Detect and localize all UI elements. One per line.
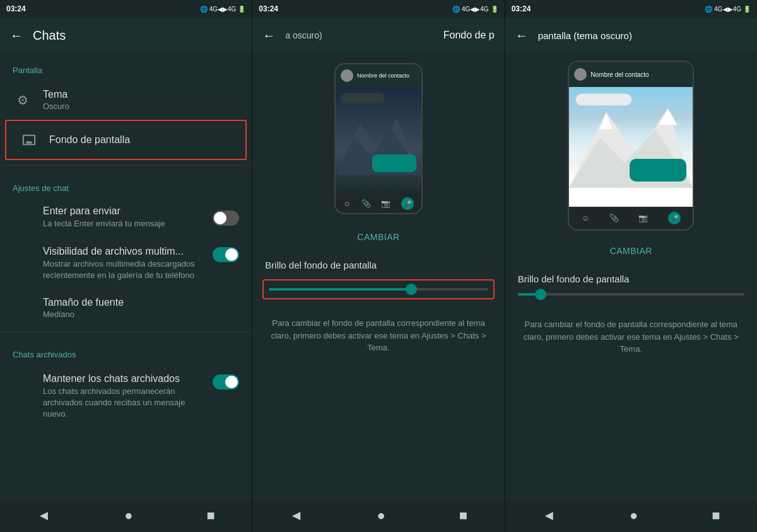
- brightness-label-3: Brillo del fondo de pantalla: [518, 274, 744, 284]
- panel-chats-settings: 03:24 🌐 4G◀▶4G 🔋 ← Chats Pantalla ⚙ Tema…: [0, 0, 252, 532]
- battery-icon-2: 🔋: [491, 6, 498, 13]
- note-text-3: Para cambiar el fondo de pantalla corres…: [505, 311, 757, 363]
- bottom-nav-2: ◄ ● ■: [252, 499, 504, 532]
- archivados-title: Mantener los chats archivados: [43, 373, 208, 385]
- phone-frame-2: Nombre del contacto ☺ 📎 📷 🎤: [334, 63, 423, 214]
- bottom-nav-3: ◄ ● ■: [505, 499, 757, 532]
- section-archivados: Chats archivados: [0, 337, 252, 364]
- enter-title: Enter para enviar: [43, 205, 208, 217]
- mic-btn-2: 🎤: [401, 197, 414, 210]
- status-icons-3: 🌐 4G◀▶4G 🔋: [705, 6, 751, 13]
- page-title-1: Chats: [33, 28, 242, 43]
- phone-contact-name-3: Nombre del contacto: [590, 71, 648, 78]
- emoji-icon-3: ☺: [582, 214, 589, 223]
- phone-preview-2: Nombre del contacto ☺ 📎 📷 🎤: [252, 53, 504, 224]
- header-1: ← Chats: [0, 18, 252, 53]
- tema-icon: ⚙: [13, 90, 33, 110]
- brightness-slider-2[interactable]: [269, 288, 488, 291]
- visibilidad-subtitle: Mostrar archivos multimedia descargados …: [43, 258, 208, 281]
- settings-item-enter[interactable]: Enter para enviar La tecla Enter enviará…: [0, 198, 252, 237]
- recents-nav-2[interactable]: ■: [449, 502, 478, 529]
- status-bar-3: 03:24 🌐 4G◀▶4G 🔋: [505, 0, 757, 18]
- settings-item-visibilidad[interactable]: Visibilidad de archivos multim... Mostra…: [0, 237, 252, 289]
- page-title-2: Fondo de p: [332, 30, 495, 41]
- tamano-title: Tamaño de fuente: [43, 297, 239, 308]
- tema-subtitle: Oscuro: [43, 101, 239, 111]
- phone-input-bar-3: ☺ 📎 📷 🎤: [569, 207, 693, 229]
- settings-item-fondo[interactable]: Fondo de pantalla: [5, 120, 247, 160]
- received-bubble-2: [341, 93, 385, 103]
- phone-avatar-2: [341, 69, 353, 82]
- phone-preview-3: Nombre del contacto ☺ 📎: [505, 53, 757, 238]
- change-label-3[interactable]: CAMBIAR: [610, 246, 652, 256]
- sent-bubble-3: [630, 159, 686, 182]
- camera-icon-2: 📷: [381, 199, 390, 208]
- status-icons-1: 🌐 4G◀▶4G 🔋: [200, 6, 246, 13]
- brightness-section-3: Brillo del fondo de pantalla: [505, 263, 757, 311]
- phone-contact-name-2: Nombre del contacto: [357, 72, 409, 79]
- signal-icon-1: 4G◀▶4G: [209, 6, 237, 13]
- back-button-2[interactable]: ←: [262, 28, 275, 43]
- battery-icon-1: 🔋: [238, 6, 245, 13]
- received-bubble-3: [575, 93, 632, 106]
- back-button-3[interactable]: ←: [515, 28, 528, 43]
- phone-inner-header-3: Nombre del contacto: [569, 62, 693, 87]
- visibilidad-title: Visibilidad de archivos multim...: [43, 246, 208, 257]
- emoji-icon-2: ☺: [343, 199, 351, 208]
- brightness-label-2: Brillo del fondo de pantalla: [265, 260, 491, 270]
- bottom-nav-1: ◄ ● ■: [0, 499, 252, 532]
- archivados-subtitle: Los chats archivados permanecerán archiv…: [43, 386, 208, 420]
- settings-scroll-1: Pantalla ⚙ Tema Oscuro Fondo de pantalla…: [0, 53, 252, 499]
- network-icon-1: 🌐: [200, 6, 208, 13]
- enter-toggle[interactable]: [213, 211, 239, 226]
- settings-item-archivados[interactable]: Mantener los chats archivados Los chats …: [0, 364, 252, 428]
- status-bar-2: 03:24 🌐 4G◀▶4G 🔋: [252, 0, 504, 18]
- change-wallpaper-2[interactable]: CAMBIAR: [252, 224, 504, 250]
- visibilidad-toggle[interactable]: [213, 247, 239, 262]
- battery-icon-3: 🔋: [743, 6, 751, 13]
- tamano-subtitle: Mediano: [43, 309, 239, 319]
- settings-item-tamano[interactable]: Tamaño de fuente Mediano: [0, 289, 252, 327]
- slider-thumb-3[interactable]: [535, 289, 546, 300]
- home-nav-2[interactable]: ●: [367, 502, 396, 529]
- recents-nav-1[interactable]: ■: [197, 502, 225, 529]
- camera-icon-3: 📷: [638, 214, 648, 223]
- signal-icon-3: 4G◀▶4G: [714, 6, 741, 13]
- phone-input-bar-2: ☺ 📎 📷 🎤: [336, 194, 421, 213]
- archivados-toggle[interactable]: [213, 374, 239, 390]
- settings-item-tema[interactable]: ⚙ Tema Oscuro: [0, 80, 252, 120]
- attach-icon-3: 📎: [609, 214, 619, 223]
- recents-nav-3[interactable]: ■: [701, 502, 730, 529]
- page-title-3: pantalla (tema oscuro): [538, 30, 747, 41]
- divider-1: [0, 165, 252, 166]
- mic-btn-3: 🎤: [668, 212, 681, 224]
- fondo-icon: [19, 130, 39, 150]
- panel-wallpaper-dark: 03:24 🌐 4G◀▶4G 🔋 ← a oscuro) Fondo de p …: [252, 0, 505, 532]
- phone-frame-3: Nombre del contacto ☺ 📎: [568, 61, 694, 231]
- header-subtitle-2: a oscuro): [285, 30, 322, 40]
- home-nav-1[interactable]: ●: [114, 502, 143, 529]
- slider-thumb-2[interactable]: [406, 284, 417, 295]
- brightness-slider-3[interactable]: [518, 293, 744, 296]
- note-text-2: Para cambiar el fondo de pantalla corres…: [252, 309, 504, 362]
- back-nav-3[interactable]: ◄: [532, 502, 566, 529]
- back-button-1[interactable]: ←: [10, 28, 23, 43]
- change-label-2[interactable]: CAMBIAR: [357, 232, 399, 242]
- section-pantalla: Pantalla: [0, 53, 252, 80]
- enter-subtitle: La tecla Enter enviará tu mensaje: [43, 218, 208, 229]
- change-wallpaper-3[interactable]: CAMBIAR: [505, 238, 757, 263]
- header-3: ← pantalla (tema oscuro): [505, 18, 757, 53]
- sent-bubble-2: [372, 154, 416, 172]
- fondo-title: Fondo de pantalla: [49, 134, 233, 146]
- phone-chat-area-2: [336, 87, 421, 194]
- time-2: 03:24: [259, 4, 278, 13]
- slider-highlighted-container[interactable]: [262, 279, 494, 299]
- back-nav-2[interactable]: ◄: [279, 502, 314, 529]
- time-1: 03:24: [6, 4, 26, 13]
- network-icon-3: 🌐: [705, 6, 712, 13]
- home-nav-3[interactable]: ●: [619, 502, 648, 529]
- back-nav-1[interactable]: ◄: [26, 502, 61, 529]
- brightness-section-2: Brillo del fondo de pantalla: [252, 250, 504, 309]
- phone-avatar-3: [574, 68, 587, 81]
- section-ajustes-chat: Ajustes de chat: [0, 171, 252, 198]
